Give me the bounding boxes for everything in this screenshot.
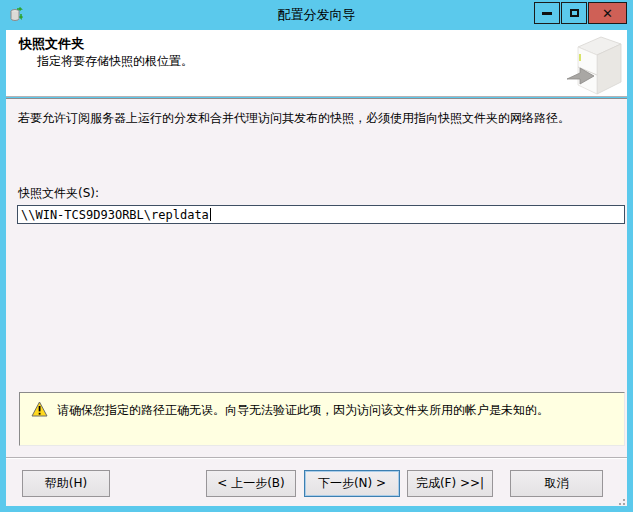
page-title: 快照文件夹 (19, 35, 84, 53)
wizard-header: 快照文件夹 指定将要存储快照的根位置。 (6, 30, 627, 97)
resize-grip[interactable] (615, 495, 625, 505)
page-description: 若要允许订阅服务器上运行的分发和合并代理访问其发布的快照，必须使用指向快照文件夹… (18, 110, 615, 126)
snapshot-folder-label: 快照文件夹(S): (18, 185, 99, 202)
wizard-window: 配置分发向导 ✕ 快照文件夹 指定将要存储快照的根位置。 若要允许订阅服务器上运… (0, 0, 633, 512)
maximize-icon (570, 9, 579, 17)
cancel-button[interactable]: 取消 (510, 470, 603, 497)
back-button[interactable]: < 上一步(B) (206, 470, 296, 497)
help-button[interactable]: 帮助(H) (22, 470, 110, 497)
next-button[interactable]: 下一步(N) > (304, 470, 400, 497)
title-bar[interactable]: 配置分发向导 ✕ (0, 0, 633, 30)
minimize-button[interactable] (534, 2, 560, 24)
maximize-button[interactable] (561, 2, 587, 24)
snapshot-folder-graphic (566, 32, 624, 95)
minimize-icon (542, 12, 552, 15)
text-caret (210, 208, 211, 221)
snapshot-folder-value: \\WIN-TCS9D93ORBL\repldata (21, 208, 209, 222)
footer-divider (6, 457, 627, 459)
warning-text: 请确保您指定的路径正确无误。向导无法验证此项，因为访问该文件夹所用的帐户是未知的… (57, 402, 608, 418)
page-subtitle: 指定将要存储快照的根位置。 (37, 53, 193, 70)
close-button[interactable]: ✕ (588, 2, 627, 24)
snapshot-folder-input[interactable]: \\WIN-TCS9D93ORBL\repldata (17, 205, 625, 224)
warning-icon (31, 401, 48, 417)
wizard-body: 若要允许订阅服务器上运行的分发和合并代理访问其发布的快照，必须使用指向快照文件夹… (6, 98, 627, 506)
warning-box: 请确保您指定的路径正确无误。向导无法验证此项，因为访问该文件夹所用的帐户是未知的… (19, 392, 625, 446)
finish-button[interactable]: 完成(F) >>| (407, 470, 493, 497)
window-controls: ✕ (533, 2, 627, 24)
close-icon: ✕ (602, 7, 613, 20)
